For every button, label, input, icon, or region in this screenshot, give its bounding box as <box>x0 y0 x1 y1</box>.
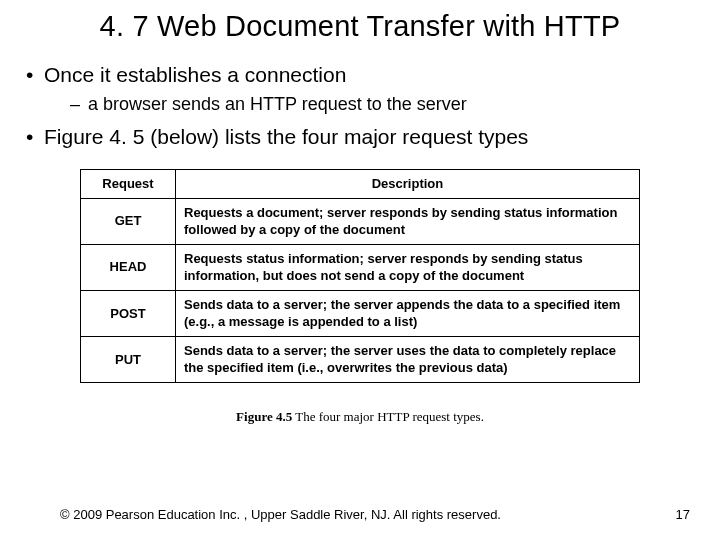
col-request: Request <box>81 170 176 199</box>
cell-description: Sends data to a server; the server uses … <box>176 336 640 382</box>
cell-request: GET <box>81 198 176 244</box>
figure-caption: Figure 4.5 The four major HTTP request t… <box>80 409 640 425</box>
footer: © 2009 Pearson Education Inc. , Upper Sa… <box>0 507 720 522</box>
bullet-text: Once it establishes a connection <box>44 63 346 86</box>
figure-label: Figure 4.5 <box>236 409 292 424</box>
cell-description: Sends data to a server; the server appen… <box>176 290 640 336</box>
bullet-text: Figure 4. 5 (below) lists the four major… <box>44 125 528 148</box>
bullet-list: Once it establishes a connection a brows… <box>22 61 698 151</box>
cell-request: PUT <box>81 336 176 382</box>
col-description: Description <box>176 170 640 199</box>
cell-request: HEAD <box>81 244 176 290</box>
page-number: 17 <box>676 507 690 522</box>
table-row: HEAD Requests status information; server… <box>81 244 640 290</box>
copyright-text: © 2009 Pearson Education Inc. , Upper Sa… <box>60 507 501 522</box>
table-row: PUT Sends data to a server; the server u… <box>81 336 640 382</box>
table-row: POST Sends data to a server; the server … <box>81 290 640 336</box>
cell-description: Requests a document; server responds by … <box>176 198 640 244</box>
bullet-item: Once it establishes a connection a brows… <box>22 61 698 117</box>
sub-bullet-list: a browser sends an HTTP request to the s… <box>44 93 698 116</box>
cell-request: POST <box>81 290 176 336</box>
figure-caption-text: The four major HTTP request types. <box>295 409 484 424</box>
bullet-item: Figure 4. 5 (below) lists the four major… <box>22 123 698 151</box>
table-row: GET Requests a document; server responds… <box>81 198 640 244</box>
request-table: Request Description GET Requests a docum… <box>80 169 640 383</box>
sub-bullet-item: a browser sends an HTTP request to the s… <box>44 93 698 116</box>
slide-title: 4. 7 Web Document Transfer with HTTP <box>22 10 698 43</box>
request-table-wrap: Request Description GET Requests a docum… <box>80 169 640 425</box>
table-header-row: Request Description <box>81 170 640 199</box>
cell-description: Requests status information; server resp… <box>176 244 640 290</box>
